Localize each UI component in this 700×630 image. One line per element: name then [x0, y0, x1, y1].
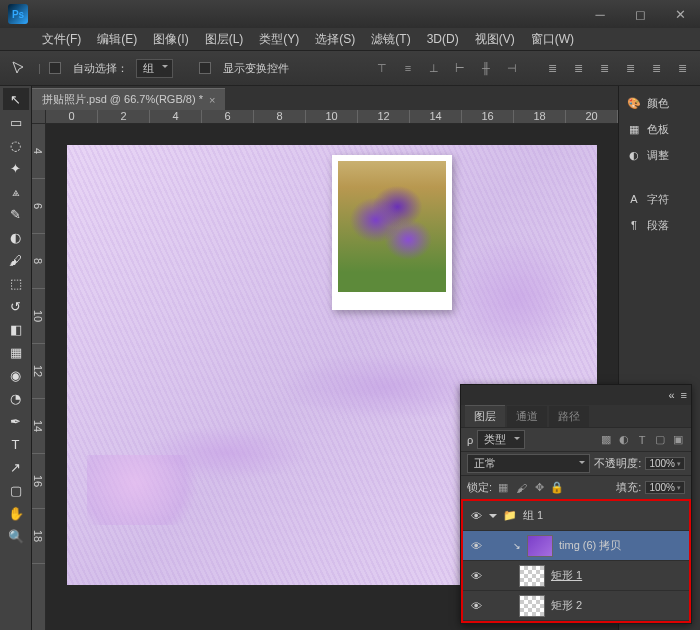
lock-all-icon[interactable]: 🔒: [550, 481, 564, 495]
minimize-button[interactable]: ─: [580, 0, 620, 28]
document-tab[interactable]: 拼贴照片.psd @ 66.7%(RGB/8) * ×: [32, 88, 225, 110]
blend-row: 正常 不透明度: 100%: [461, 451, 691, 475]
fill-input[interactable]: 100%: [645, 481, 685, 494]
layer-item[interactable]: 👁 矩形 1: [463, 561, 689, 591]
layer-item[interactable]: 👁 ↘ timg (6) 拷贝: [463, 531, 689, 561]
blend-mode-dropdown[interactable]: 正常: [467, 454, 590, 473]
auto-select-checkbox[interactable]: [49, 62, 61, 74]
filter-pixel-icon[interactable]: ▩: [599, 433, 613, 447]
layer-thumbnail[interactable]: [519, 595, 545, 617]
align-top-icon[interactable]: ⊤: [372, 58, 392, 78]
brush-tool[interactable]: 🖌: [3, 249, 29, 271]
menu-layer[interactable]: 图层(L): [199, 29, 250, 50]
menu-type[interactable]: 类型(Y): [253, 29, 305, 50]
filter-kind-dropdown[interactable]: 类型: [477, 430, 525, 449]
dock-paragraph[interactable]: ¶段落: [619, 212, 700, 238]
distribute-2-icon[interactable]: ≣: [568, 58, 588, 78]
wand-tool[interactable]: ✦: [3, 157, 29, 179]
align-right-icon[interactable]: ⊣: [502, 58, 522, 78]
layer-thumbnail[interactable]: [519, 565, 545, 587]
polaroid-image: [338, 161, 446, 292]
link-icon: ↘: [513, 541, 521, 551]
distribute-6-icon[interactable]: ≣: [672, 58, 692, 78]
maximize-button[interactable]: ◻: [620, 0, 660, 28]
move-tool[interactable]: ↖: [3, 88, 29, 110]
distribute-3-icon[interactable]: ≣: [594, 58, 614, 78]
hand-tool[interactable]: ✋: [3, 502, 29, 524]
move-tool-icon[interactable]: [8, 57, 30, 79]
dock-color[interactable]: 🎨颜色: [619, 90, 700, 116]
layer-name[interactable]: 矩形 1: [551, 568, 582, 583]
align-hcenter-icon[interactable]: ╫: [476, 58, 496, 78]
filter-adjust-icon[interactable]: ◐: [617, 433, 631, 447]
menu-select[interactable]: 选择(S): [309, 29, 361, 50]
crop-tool[interactable]: ⟁: [3, 180, 29, 202]
document-tab-title: 拼贴照片.psd @ 66.7%(RGB/8) *: [42, 92, 203, 107]
pen-tool[interactable]: ✒: [3, 410, 29, 432]
heal-tool[interactable]: ◐: [3, 226, 29, 248]
layer-item[interactable]: 👁 矩形 2: [463, 591, 689, 621]
menu-window[interactable]: 窗口(W): [525, 29, 580, 50]
path-tool[interactable]: ↗: [3, 456, 29, 478]
history-brush-tool[interactable]: ↺: [3, 295, 29, 317]
dock-swatches[interactable]: ▦色板: [619, 116, 700, 142]
ruler-horizontal[interactable]: 02468101214161820: [46, 110, 618, 124]
visibility-icon[interactable]: 👁: [469, 510, 483, 522]
eraser-tool[interactable]: ◧: [3, 318, 29, 340]
align-bottom-icon[interactable]: ⊥: [424, 58, 444, 78]
filter-smart-icon[interactable]: ▣: [671, 433, 685, 447]
visibility-icon[interactable]: 👁: [469, 570, 483, 582]
layer-name[interactable]: 矩形 2: [551, 598, 582, 613]
visibility-icon[interactable]: 👁: [469, 600, 483, 612]
auto-select-dropdown[interactable]: 组: [136, 59, 173, 78]
align-left-icon[interactable]: ⊢: [450, 58, 470, 78]
window-controls: ─ ◻ ✕: [580, 0, 700, 28]
type-tool[interactable]: T: [3, 433, 29, 455]
layer-name[interactable]: timg (6) 拷贝: [559, 538, 621, 553]
tab-layers[interactable]: 图层: [465, 405, 505, 427]
polaroid-photo[interactable]: [332, 155, 452, 310]
menu-view[interactable]: 视图(V): [469, 29, 521, 50]
show-transform-checkbox[interactable]: [199, 62, 211, 74]
opacity-input[interactable]: 100%: [645, 457, 685, 470]
marquee-tool[interactable]: ▭: [3, 111, 29, 133]
close-tab-icon[interactable]: ×: [209, 94, 215, 106]
stamp-tool[interactable]: ⬚: [3, 272, 29, 294]
lock-position-icon[interactable]: ✥: [532, 481, 546, 495]
expand-icon[interactable]: [489, 514, 497, 522]
menu-icon[interactable]: ≡: [681, 389, 687, 401]
ruler-corner: [32, 110, 46, 124]
zoom-tool[interactable]: 🔍: [3, 525, 29, 547]
menu-3d[interactable]: 3D(D): [421, 30, 465, 48]
shape-tool[interactable]: ▢: [3, 479, 29, 501]
lock-transparent-icon[interactable]: ▦: [496, 481, 510, 495]
visibility-icon[interactable]: 👁: [469, 540, 483, 552]
distribute-1-icon[interactable]: ≣: [542, 58, 562, 78]
ruler-vertical[interactable]: 4681012141618: [32, 124, 46, 630]
menu-image[interactable]: 图像(I): [147, 29, 194, 50]
filter-shape-icon[interactable]: ▢: [653, 433, 667, 447]
dock-adjustments[interactable]: ◐调整: [619, 142, 700, 168]
filter-type-icon[interactable]: T: [635, 433, 649, 447]
align-vcenter-icon[interactable]: ≡: [398, 58, 418, 78]
menu-edit[interactable]: 编辑(E): [91, 29, 143, 50]
lasso-tool[interactable]: ◌: [3, 134, 29, 156]
canvas-ribbon-art: [87, 455, 207, 525]
tab-paths[interactable]: 路径: [549, 406, 589, 427]
blur-tool[interactable]: ◉: [3, 364, 29, 386]
distribute-5-icon[interactable]: ≣: [646, 58, 666, 78]
eyedropper-tool[interactable]: ✎: [3, 203, 29, 225]
close-button[interactable]: ✕: [660, 0, 700, 28]
menu-file[interactable]: 文件(F): [36, 29, 87, 50]
collapse-icon[interactable]: «: [668, 389, 674, 401]
lock-pixel-icon[interactable]: 🖌: [514, 481, 528, 495]
menu-filter[interactable]: 滤镜(T): [365, 29, 416, 50]
dodge-tool[interactable]: ◔: [3, 387, 29, 409]
layer-group[interactable]: 👁 📁 组 1: [463, 501, 689, 531]
layer-thumbnail[interactable]: [527, 535, 553, 557]
gradient-tool[interactable]: ▦: [3, 341, 29, 363]
tab-channels[interactable]: 通道: [507, 406, 547, 427]
dock-character[interactable]: A字符: [619, 186, 700, 212]
distribute-4-icon[interactable]: ≣: [620, 58, 640, 78]
layer-name[interactable]: 组 1: [523, 508, 543, 523]
